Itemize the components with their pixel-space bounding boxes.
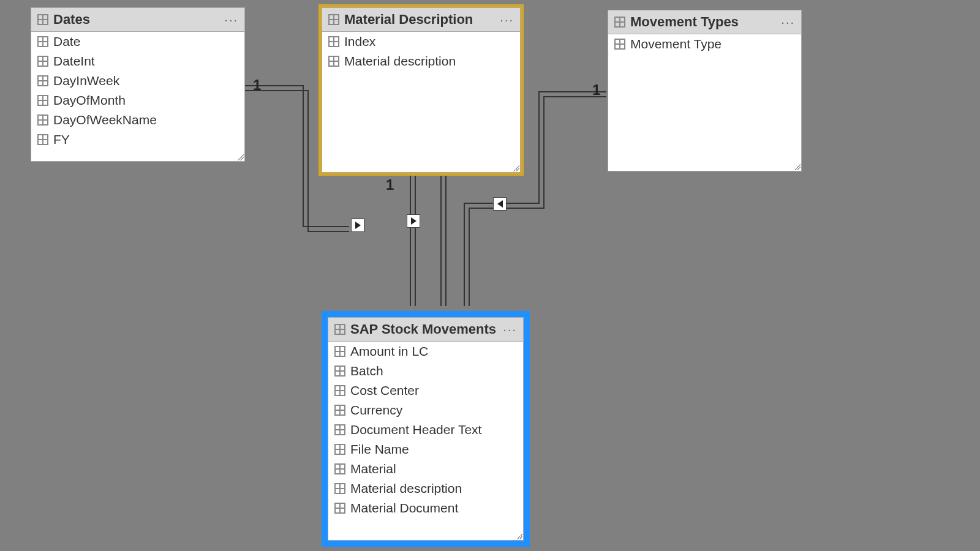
field-item[interactable]: Material Document (328, 498, 523, 518)
resize-handle[interactable] (513, 165, 519, 171)
field-item[interactable]: Cost Center (328, 381, 523, 400)
field-item[interactable]: FY (31, 130, 244, 149)
column-icon (334, 385, 345, 396)
field-item[interactable]: Material description (328, 479, 523, 498)
column-icon (37, 56, 48, 67)
column-icon (328, 36, 339, 47)
field-item[interactable]: Currency (328, 400, 523, 420)
field-item[interactable]: Index (322, 32, 520, 51)
table-icon (334, 324, 345, 335)
column-icon (37, 134, 48, 145)
field-item[interactable]: DayInWeek (31, 71, 244, 91)
column-icon (334, 424, 345, 435)
column-icon (334, 365, 345, 377)
more-options-icon[interactable]: ··· (503, 323, 517, 337)
table-icon (614, 17, 625, 28)
column-icon (614, 39, 625, 50)
column-icon (37, 75, 48, 86)
field-list-sap[interactable]: Amount in LC Batch Cost Center Currency … (328, 342, 523, 540)
table-header-dates[interactable]: Dates ··· (31, 8, 244, 32)
column-icon (37, 36, 48, 47)
field-item[interactable]: Material description (322, 51, 520, 71)
field-list-dates[interactable]: Date DateInt DayInWeek DayOfMonth DayOfW… (31, 32, 244, 161)
table-dates[interactable]: Dates ··· Date DateInt DayInWeek DayOfMo… (31, 7, 245, 162)
field-item[interactable]: DateInt (31, 51, 244, 71)
field-item[interactable]: DayOfMonth (31, 91, 244, 110)
table-movement-types[interactable]: Movement Types ··· Movement Type (608, 10, 802, 171)
table-header-sap[interactable]: SAP Stock Movements ··· (328, 318, 523, 342)
table-title: Movement Types (630, 14, 776, 30)
resize-handle[interactable] (238, 154, 244, 160)
field-item[interactable]: Movement Type (608, 34, 801, 54)
field-item[interactable]: File Name (328, 440, 523, 459)
table-header-movement[interactable]: Movement Types ··· (608, 10, 801, 34)
field-list-material[interactable]: Index Material description (322, 32, 520, 172)
column-icon (334, 503, 345, 514)
field-item[interactable]: Material (328, 459, 523, 479)
column-icon (334, 483, 345, 494)
more-options-icon[interactable]: ··· (500, 13, 514, 27)
field-item[interactable]: Amount in LC (328, 342, 523, 361)
resize-handle[interactable] (516, 533, 522, 539)
column-icon (334, 444, 345, 455)
table-material-description[interactable]: Material Description ··· Index Material … (322, 7, 521, 173)
table-title: Dates (53, 12, 219, 28)
field-item[interactable]: Batch (328, 361, 523, 381)
filter-direction-material[interactable] (407, 214, 420, 228)
more-options-icon[interactable]: ··· (224, 13, 238, 27)
column-icon (37, 95, 48, 106)
cardinality-movement: 1 (592, 81, 600, 99)
cardinality-dates: 1 (253, 77, 261, 94)
resize-handle[interactable] (794, 164, 801, 170)
field-item[interactable]: Document Header Text (328, 420, 523, 440)
filter-direction-dates[interactable] (351, 219, 364, 232)
column-icon (334, 346, 345, 357)
table-icon (37, 14, 48, 25)
table-title: Material Description (344, 12, 495, 28)
cardinality-material: 1 (386, 176, 394, 193)
table-icon (328, 14, 339, 25)
column-icon (334, 405, 345, 416)
field-list-movement[interactable]: Movement Type (608, 34, 801, 171)
column-icon (334, 463, 345, 474)
column-icon (37, 114, 48, 126)
field-item[interactable]: DayOfWeekName (31, 110, 244, 130)
field-item[interactable]: Date (31, 32, 244, 51)
filter-direction-movement[interactable] (493, 197, 507, 211)
table-sap-stock-movements[interactable]: SAP Stock Movements ··· Amount in LC Bat… (328, 317, 524, 541)
more-options-icon[interactable]: ··· (781, 15, 795, 29)
table-header-material[interactable]: Material Description ··· (322, 8, 520, 32)
table-title: SAP Stock Movements (350, 321, 498, 337)
column-icon (328, 56, 339, 67)
